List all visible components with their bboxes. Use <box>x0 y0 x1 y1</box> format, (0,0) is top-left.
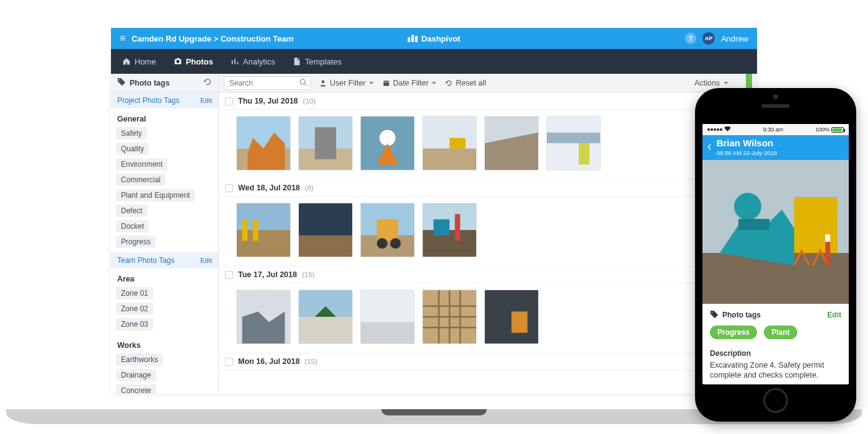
pill-progress[interactable]: Progress <box>710 326 757 339</box>
tag-commercial[interactable]: Commercial <box>116 174 166 186</box>
phone-photo[interactable] <box>702 160 849 304</box>
phone-home-button[interactable] <box>763 388 788 413</box>
section-project-title: Project Photo Tags <box>117 96 180 105</box>
svg-rect-18 <box>242 219 248 241</box>
brand: Dashpivot <box>408 34 461 43</box>
photo-thumb[interactable] <box>422 116 477 170</box>
brand-logo-icon <box>408 35 418 42</box>
user-name[interactable]: Andrew <box>721 34 748 43</box>
nav-analytics[interactable]: Analytics <box>231 57 275 66</box>
photo-thumb[interactable] <box>422 203 477 257</box>
tag-safety[interactable]: Safety <box>116 127 147 140</box>
photo-thumb[interactable] <box>484 290 539 344</box>
tag-zone01[interactable]: Zone 01 <box>116 287 153 299</box>
content: User Filter Date Filter Reset all Action… <box>219 74 757 394</box>
tag-concrete[interactable]: Concrete <box>116 384 156 394</box>
date-row[interactable]: Thu 19, Jul 2018 (10) <box>219 92 757 110</box>
tags-icon <box>117 78 126 88</box>
tags-header: Photo tags <box>111 74 218 92</box>
photo-thumb[interactable] <box>360 203 415 257</box>
tag-defect[interactable]: Defect <box>116 205 148 217</box>
photo-thumb[interactable] <box>360 116 415 170</box>
battery-pct: 100% <box>815 126 830 133</box>
search-input[interactable] <box>224 76 311 90</box>
photo-thumb[interactable] <box>298 203 353 257</box>
phone-time: 9:30 am <box>763 126 784 133</box>
nav-templates[interactable]: Templates <box>293 57 342 66</box>
svg-rect-45 <box>825 234 830 242</box>
phone-desc: Excavating Zone 4. Safety permit complet… <box>710 360 841 381</box>
checkbox[interactable] <box>225 97 233 105</box>
photo-thumb[interactable] <box>484 116 539 170</box>
edit-project-tags[interactable]: Edit <box>200 97 212 104</box>
nav-photos-label: Photos <box>186 57 213 66</box>
tag-environment[interactable]: Environment <box>116 158 167 170</box>
date-row[interactable]: Mon 16, Jul 2018 (15) <box>219 353 757 370</box>
phone-edit[interactable]: Edit <box>827 311 841 319</box>
nav-home[interactable]: Home <box>122 57 156 66</box>
nav-photos[interactable]: Photos <box>174 57 213 66</box>
phone-status-bar: 9:30 am 100% <box>702 124 849 135</box>
tag-quality[interactable]: Quality <box>116 143 149 155</box>
checkbox[interactable] <box>225 271 233 279</box>
document-icon <box>293 57 301 66</box>
svg-point-0 <box>301 79 306 84</box>
date-filter[interactable]: Date Filter <box>383 79 437 87</box>
photo-thumb[interactable] <box>298 290 353 344</box>
photo-thumb[interactable] <box>422 290 477 344</box>
tag-docket[interactable]: Docket <box>116 220 149 232</box>
date-label: Tue 17, Jul 2018 <box>238 270 297 279</box>
user-filter[interactable]: User Filter <box>319 79 374 87</box>
tag-plant-equipment[interactable]: Plant and Equipment <box>116 189 195 202</box>
svg-point-42 <box>734 193 761 220</box>
tag-zone03[interactable]: Zone 03 <box>116 318 153 330</box>
actions-button[interactable]: Actions <box>694 79 732 87</box>
main: Photo tags Project Photo Tags Edit Gener… <box>111 74 757 394</box>
phone-camera-dot <box>773 94 778 99</box>
photo-thumb[interactable] <box>236 116 291 170</box>
checkbox[interactable] <box>225 358 233 366</box>
hamburger-icon[interactable]: ≡ <box>120 33 125 44</box>
undo-icon[interactable] <box>203 78 212 88</box>
group-works-title: Works <box>116 339 213 353</box>
photo-thumb[interactable] <box>236 290 291 344</box>
svg-rect-15 <box>579 143 590 164</box>
search-icon[interactable] <box>299 78 307 87</box>
svg-rect-12 <box>450 138 466 148</box>
caret-down-icon <box>724 82 728 84</box>
checkbox[interactable] <box>225 184 233 192</box>
reset-button[interactable]: Reset all <box>445 79 486 87</box>
phone-desc-title: Description <box>710 349 841 358</box>
help-icon[interactable]: ? <box>685 33 696 44</box>
svg-rect-43 <box>738 219 769 230</box>
svg-rect-33 <box>299 317 352 343</box>
svg-point-1 <box>322 80 325 83</box>
pill-plant[interactable]: Plant <box>764 326 797 339</box>
photo-thumb[interactable] <box>298 116 353 170</box>
caret-down-icon <box>369 82 374 84</box>
avatar[interactable]: AP <box>702 32 715 45</box>
nav-templates-label: Templates <box>305 57 342 66</box>
breadcrumb[interactable]: Camden Rd Upgrade > Construction Team <box>131 34 293 43</box>
date-row[interactable]: Wed 18, Jul 2018 (8) <box>219 179 757 197</box>
date-row[interactable]: Tue 17, Jul 2018 (15) <box>219 266 757 283</box>
back-icon[interactable]: ‹ <box>707 140 712 152</box>
edit-team-tags[interactable]: Edit <box>200 257 212 264</box>
thumb-row <box>219 197 757 266</box>
tag-drainage[interactable]: Drainage <box>116 369 156 381</box>
photo-thumb[interactable] <box>236 203 291 257</box>
tag-earthworks[interactable]: Earthworks <box>116 353 163 366</box>
calendar-icon <box>383 79 390 87</box>
date-label: Wed 18, Jul 2018 <box>238 184 300 192</box>
svg-rect-2 <box>383 81 389 86</box>
svg-rect-19 <box>253 219 259 241</box>
tag-zone02[interactable]: Zone 02 <box>116 303 153 315</box>
sidebar: Photo tags Project Photo Tags Edit Gener… <box>111 74 219 394</box>
tags-header-label: Photo tags <box>130 79 170 87</box>
user-filter-label: User Filter <box>330 79 366 87</box>
topbar: ≡ Camden Rd Upgrade > Construction Team … <box>111 28 757 49</box>
photo-thumb[interactable] <box>360 290 415 344</box>
phone-screen: 9:30 am 100% ‹ Brian Wilson 08:56 AM 22-… <box>702 124 849 384</box>
tag-progress[interactable]: Progress <box>116 236 156 248</box>
photo-thumb[interactable] <box>546 116 601 170</box>
